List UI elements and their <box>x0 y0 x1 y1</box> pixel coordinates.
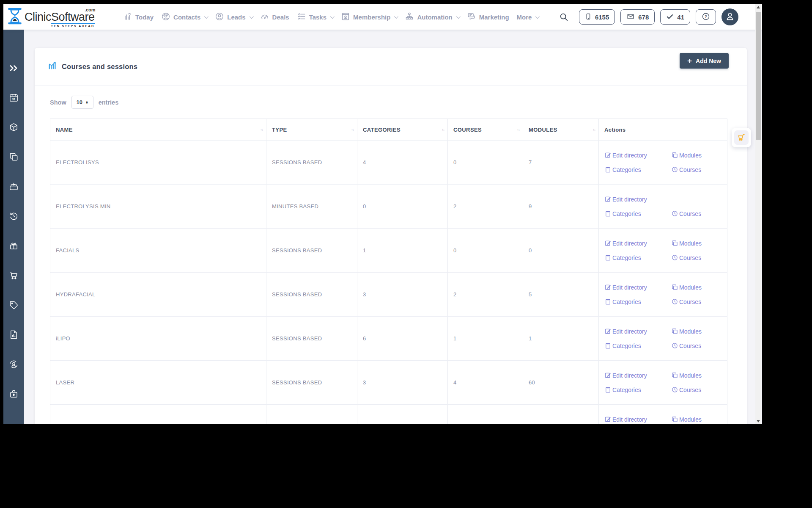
cell-modules: 1 <box>523 317 598 360</box>
user-sync-icon[interactable] <box>8 359 19 370</box>
history-clock-icon[interactable] <box>8 211 19 221</box>
cell-actions: Edit directory Modules Categories Course… <box>598 141 728 184</box>
cell-modules: 5 <box>523 273 598 316</box>
gauge-icon <box>260 12 269 22</box>
tasks-counter-button[interactable]: 41 <box>660 9 690 25</box>
brand-logo[interactable]: ClinicSoftware .com TEN STEPS AHEAD <box>8 8 112 26</box>
categories-link[interactable]: Categories <box>605 166 672 173</box>
nav-item-contacts[interactable]: Contacts <box>161 12 207 22</box>
courses-link[interactable]: Courses <box>672 298 728 305</box>
modules-link[interactable]: Modules <box>672 416 728 423</box>
chevron-down-icon <box>204 14 208 19</box>
cart-shortcut-button[interactable] <box>732 128 751 147</box>
cell-actions: Edit directory Modules Categories Course… <box>598 361 728 404</box>
modules-link[interactable]: Modules <box>672 284 728 291</box>
show-label: Show <box>50 99 66 106</box>
categories-link[interactable]: Categories <box>605 298 672 305</box>
cell-name: HYDRAFACIAL <box>50 273 266 316</box>
cell-courses: 0 <box>447 405 523 424</box>
nav-item-today[interactable]: Today <box>123 12 154 22</box>
nav-item-tasks[interactable]: Tasks <box>297 12 333 22</box>
edit-directory-link[interactable]: Edit directory <box>605 372 672 379</box>
column-header-categories[interactable]: CATEGORIES↑↓ <box>357 119 447 140</box>
column-header-modules[interactable]: MODULES↑↓ <box>523 119 598 140</box>
nav-item-marketing[interactable]: Marketing <box>467 12 509 22</box>
cell-actions: Edit directory Categories Courses <box>598 185 728 228</box>
column-header-type[interactable]: TYPE↑↓ <box>266 119 357 140</box>
price-tag-icon[interactable] <box>8 300 19 310</box>
edit-directory-link[interactable]: Edit directory <box>605 240 672 247</box>
edit-directory-link[interactable]: Edit directory <box>605 328 672 335</box>
edit-directory-link[interactable]: Edit directory <box>605 416 672 423</box>
cell-type: SESSIONS BASED <box>266 405 357 424</box>
chevron-down-icon <box>394 14 398 19</box>
modules-link[interactable]: Modules <box>672 372 728 379</box>
nav-item-automation[interactable]: Automation <box>405 12 459 22</box>
search-icon[interactable] <box>559 12 568 22</box>
mail-counter-button[interactable]: 678 <box>620 9 655 25</box>
report-document-icon[interactable] <box>8 329 19 340</box>
nav-item-membership[interactable]: Membership <box>341 12 397 22</box>
vertical-scrollbar[interactable] <box>755 4 761 424</box>
sort-icon[interactable]: ↑↓ <box>593 127 595 132</box>
courses-link[interactable]: Courses <box>672 342 728 349</box>
top-navbar: ClinicSoftware .com TEN STEPS AHEAD Toda… <box>3 4 762 30</box>
panel-header: Courses and sessions + Add New <box>35 48 747 86</box>
table-row: FACIALS SESSIONS BASED 1 0 0 Edit direct… <box>50 228 727 272</box>
person-icon <box>725 11 735 23</box>
navbar-right-cluster: 6155 678 41 ? <box>559 8 762 25</box>
edit-directory-link[interactable]: Edit directory <box>605 284 672 291</box>
expand-sidebar-icon[interactable] <box>8 63 19 73</box>
cart-icon[interactable] <box>8 270 19 281</box>
sort-icon[interactable]: ↑↓ <box>517 127 519 132</box>
nav-item-deals[interactable]: Deals <box>260 12 289 22</box>
scroll-down-arrow-icon[interactable] <box>757 420 760 422</box>
categories-link[interactable]: Categories <box>605 254 672 261</box>
cell-courses: 2 <box>447 185 523 228</box>
cell-type: MINUTES BASED <box>266 185 357 228</box>
edit-directory-link[interactable]: Edit directory <box>605 152 672 159</box>
help-button[interactable]: ? <box>696 9 716 25</box>
cell-courses: 0 <box>447 229 523 272</box>
sort-icon[interactable]: ↑↓ <box>260 127 263 132</box>
courses-link[interactable]: Courses <box>672 254 728 261</box>
page-size-select[interactable]: 10 ▲▼ <box>71 96 93 109</box>
column-header-courses[interactable]: COURSES↑↓ <box>447 119 523 140</box>
add-new-button[interactable]: + Add New <box>680 53 729 69</box>
sort-icon[interactable]: ↑↓ <box>442 127 444 132</box>
svg-text:?: ? <box>705 14 707 19</box>
copy-pages-icon[interactable] <box>8 152 19 162</box>
cell-name: iLIPO <box>50 317 266 360</box>
table-row: iLIPO SESSIONS BASED 6 1 1 Edit director… <box>50 316 727 360</box>
scrollbar-thumb[interactable] <box>756 12 761 140</box>
column-header-name[interactable]: NAME↑↓ <box>50 119 266 140</box>
locked-case-icon[interactable] <box>8 389 19 399</box>
courses-link[interactable]: Courses <box>672 210 728 217</box>
user-avatar[interactable] <box>721 8 738 25</box>
gift-icon[interactable] <box>8 240 19 251</box>
calendar-icon[interactable]: 31 <box>8 92 19 103</box>
package-cube-icon[interactable] <box>8 122 19 133</box>
cell-name: ELECTROLYSIS MIN <box>50 185 266 228</box>
tasks-count: 41 <box>677 14 684 21</box>
nav-item-leads[interactable]: Leads <box>215 12 252 22</box>
cell-actions: Edit directory Modules Categories Course… <box>598 405 728 424</box>
courses-link[interactable]: Courses <box>672 387 728 393</box>
cash-register-icon[interactable] <box>8 181 19 192</box>
table-row: HYDRAFACIAL SESSIONS BASED 3 2 5 Edit di… <box>50 272 727 316</box>
modules-link[interactable]: Modules <box>672 240 728 247</box>
scroll-up-arrow-icon[interactable] <box>757 6 760 8</box>
sort-icon[interactable]: ↑↓ <box>351 127 354 132</box>
nav-item-more[interactable]: More <box>517 14 539 21</box>
modules-link[interactable]: Modules <box>672 152 728 159</box>
categories-link[interactable]: Categories <box>605 387 672 393</box>
cell-categories: 2 <box>357 405 447 424</box>
cell-type: SESSIONS BASED <box>266 273 357 316</box>
modules-link[interactable]: Modules <box>672 328 728 335</box>
categories-link[interactable]: Categories <box>605 342 672 349</box>
courses-link[interactable]: Courses <box>672 166 728 173</box>
edit-directory-link[interactable]: Edit directory <box>605 196 672 203</box>
categories-link[interactable]: Categories <box>605 210 672 217</box>
column-header-actions: Actions <box>598 119 728 140</box>
phone-counter-button[interactable]: 6155 <box>579 9 615 25</box>
